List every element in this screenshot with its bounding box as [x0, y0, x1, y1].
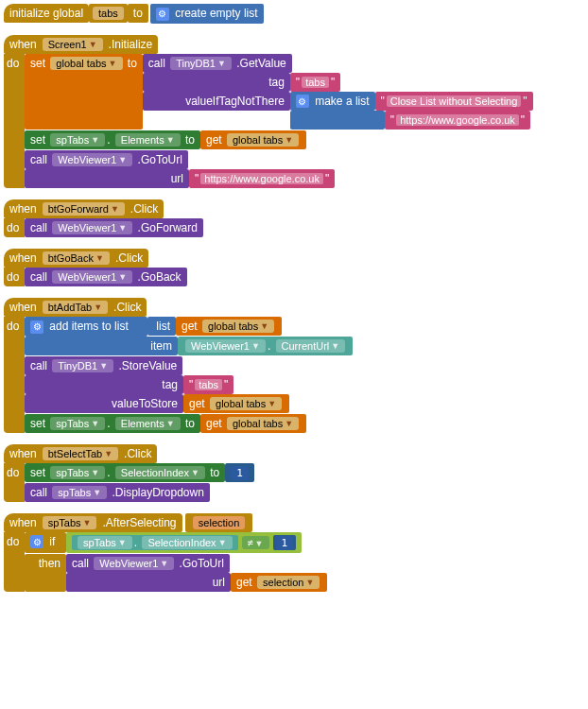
component-sptabs[interactable]: spTabs▼: [50, 133, 105, 147]
do-label: do: [4, 268, 25, 286]
arg-url-label: url: [66, 573, 231, 592]
arg-item-label: item: [25, 337, 178, 355]
gear-icon[interactable]: ⚙: [30, 320, 43, 334]
call-webviewer-gotourl: call WebViewer1▼ .GoToUrl: [25, 150, 188, 169]
set-component-prop: set spTabs▼. Elements▼ to: [25, 130, 200, 149]
do-label: do: [4, 532, 25, 592]
get-global-tabs[interactable]: get global tabs▼: [176, 317, 282, 336]
arg-tag-label: tag: [143, 73, 290, 92]
to-keyword: to: [128, 4, 148, 23]
event-header: when Screen1▼ .Initialize: [4, 35, 158, 54]
event-header: when btGoForward▼ .Click: [4, 199, 164, 218]
if-condition[interactable]: spTabs▼. SelectionIndex▼ ≠▼ 1: [66, 532, 302, 553]
initialize-global-keyword: initialize global: [4, 4, 89, 23]
do-label: do: [4, 54, 25, 189]
call-tinydb-storevalue[interactable]: call TinyDB1▼ .StoreValue tag "tabs" val…: [25, 356, 584, 413]
compare-block: spTabs▼. SelectionIndex▼ ≠▼ 1: [66, 532, 302, 553]
text-tabs-tag[interactable]: "tabs": [183, 375, 233, 394]
component-btgoforward[interactable]: btGoForward▼: [43, 202, 125, 216]
component-screen1[interactable]: Screen1▼: [43, 38, 103, 51]
call-tinydb-getvalue[interactable]: call TinyDB1▼ .GetValue: [143, 54, 292, 73]
set-sptabs-elements[interactable]: set spTabs▼. Elements▼ to get global tab…: [25, 414, 584, 433]
when-btgoforward-click[interactable]: when btGoForward▼ .Click do call WebView…: [4, 199, 584, 237]
event-header: when btAddTab▼ .Click: [4, 298, 147, 317]
add-items-to-list-block[interactable]: ⚙ add items to list list get global tabs…: [25, 317, 584, 355]
then-branch: then call WebViewer1▼ .GoToUrl url get: [25, 554, 584, 592]
get-global-tabs[interactable]: get global tabs▼: [183, 394, 289, 413]
call-webviewer-goforward[interactable]: call WebViewer1▼ .GoForward: [25, 218, 203, 237]
arg-valueifnot-label: valueIfTagNotThere: [143, 92, 290, 111]
var-name-container: tabs: [89, 4, 128, 23]
text-tabs-tag[interactable]: "tabs": [290, 73, 340, 92]
dropdown-icon: ▼: [89, 40, 97, 49]
text-google-url[interactable]: "https://www.google.co.uk": [385, 111, 530, 130]
get-global-tabs[interactable]: get global tabs▼: [200, 414, 306, 433]
event-header: when btGoBack▼ .Click: [4, 249, 148, 268]
number-1[interactable]: 1: [225, 463, 254, 482]
when-btselecttab-click[interactable]: when btSelectTab▼ .Click do set spTabs▼.…: [4, 444, 584, 502]
component-webviewer1[interactable]: WebViewer1▼: [52, 270, 132, 284]
if-block[interactable]: ⚙ if spTabs▼. SelectionIndex▼ ≠▼ 1: [25, 532, 584, 553]
component-tinydb1[interactable]: TinyDB1▼: [170, 57, 232, 70]
component-btaddtab[interactable]: btAddTab▼: [43, 301, 108, 314]
set-block: set global tabs▼ to: [25, 54, 143, 130]
text-url-google[interactable]: "https://www.google.co.uk": [189, 169, 335, 188]
do-label: do: [4, 317, 25, 433]
add-items-label: ⚙ add items to list: [25, 317, 147, 337]
text-close-list[interactable]: "Close List without Selecting": [375, 92, 533, 111]
component-btselecttab[interactable]: btSelectTab▼: [43, 447, 118, 460]
component-sptabs[interactable]: spTabs▼: [43, 516, 97, 529]
do-label: do: [4, 218, 25, 237]
set-selectionindex[interactable]: set spTabs▼. SelectionIndex▼ to 1: [25, 463, 584, 482]
if-keyword-col: ⚙ if: [25, 532, 66, 553]
do-label: do: [4, 463, 25, 502]
number-1[interactable]: 1: [273, 535, 297, 550]
prop-elements[interactable]: Elements▼: [115, 133, 181, 147]
gear-icon[interactable]: ⚙: [30, 535, 43, 548]
when-btgoback-click[interactable]: when btGoBack▼ .Click do call WebViewer1…: [4, 249, 584, 286]
gear-icon[interactable]: ⚙: [156, 8, 169, 21]
component-btgoback[interactable]: btGoBack▼: [43, 251, 110, 265]
when-screen1-initialize[interactable]: when Screen1▼ .Initialize do set global …: [4, 35, 584, 189]
var-global-tabs[interactable]: global tabs▼: [50, 57, 122, 70]
call-webviewer-gotourl-row[interactable]: call WebViewer1▼ .GoToUrl url "https://w…: [25, 150, 584, 188]
call-header: call TinyDB1▼ .StoreValue: [25, 356, 182, 375]
component-tinydb1[interactable]: TinyDB1▼: [52, 359, 113, 372]
call-webviewer-gotourl[interactable]: call WebViewer1▼ .GoToUrl: [66, 554, 230, 573]
get-selection[interactable]: get selection▼: [231, 573, 327, 592]
component-webviewer1[interactable]: WebViewer1▼: [52, 153, 132, 166]
gear-icon[interactable]: ⚙: [296, 95, 309, 108]
arg-tag-label: tag: [25, 375, 183, 394]
param-selection[interactable]: selection: [193, 516, 245, 529]
set-sptabs-elements-row[interactable]: set spTabs▼. Elements▼ to get global tab…: [25, 130, 584, 149]
sptabs-selectionindex[interactable]: spTabs▼. SelectionIndex▼: [72, 535, 238, 550]
event-param-row: selection: [185, 513, 252, 532]
call-webviewer-goback[interactable]: call WebViewer1▼ .GoBack: [25, 268, 187, 286]
then-keyword: then: [25, 554, 66, 592]
arg-valuetostore-label: valueToStore: [25, 394, 183, 413]
var-name-tabs: tabs: [93, 7, 124, 20]
list-slot: [290, 111, 385, 130]
not-equal-operator[interactable]: ≠▼: [242, 536, 269, 549]
when-btaddtab-click[interactable]: when btAddTab▼ .Click do ⚙ add items to …: [4, 298, 584, 433]
webviewer-currenturl[interactable]: WebViewer1▼. CurrentUrl▼: [178, 337, 353, 355]
init-global-block[interactable]: initialize global tabs to ⚙ create empty…: [4, 4, 584, 24]
when-sptabs-afterselecting[interactable]: when spTabs▼ .AfterSelecting selection d…: [4, 513, 584, 592]
call-displaydropdown[interactable]: call spTabs▼ .DisplayDropdown: [25, 483, 584, 502]
make-a-list-block[interactable]: ⚙ make a list: [290, 92, 375, 112]
create-empty-list-block[interactable]: ⚙ create empty list: [150, 4, 264, 24]
arg-list-label: list: [147, 317, 176, 336]
set-global-tabs-row[interactable]: set global tabs▼ to call TinyDB1▼ .GetVa…: [25, 54, 584, 130]
event-header: when spTabs▼ .AfterSelecting: [4, 513, 182, 532]
arg-url-label: url: [25, 169, 189, 188]
get-global-tabs[interactable]: get global tabs▼: [200, 130, 306, 149]
component-webviewer1[interactable]: WebViewer1▼: [52, 221, 132, 234]
event-header: when btSelectTab▼ .Click: [4, 444, 157, 463]
